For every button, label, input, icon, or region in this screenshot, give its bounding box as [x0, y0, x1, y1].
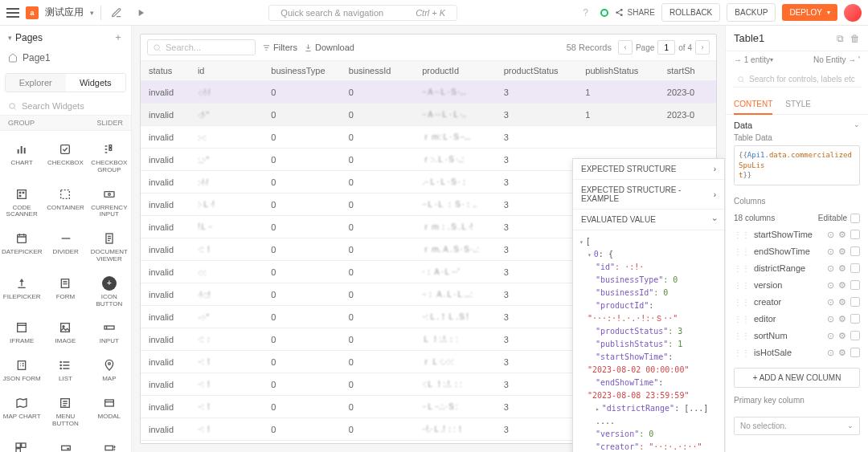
widget-input[interactable]: INPUT — [88, 314, 131, 352]
column-checkbox[interactable] — [850, 331, 860, 340]
visibility-icon[interactable]: ⊙ — [827, 331, 834, 341]
rollback-button[interactable]: ROLLBACK — [661, 3, 720, 22]
prev-page-button[interactable]: ‹ — [618, 40, 633, 55]
settings-icon[interactable]: ⚙ — [838, 263, 846, 274]
visibility-icon[interactable]: ⊙ — [827, 280, 834, 291]
column-item[interactable]: ⋮⋮isHotSale⊙⚙ — [726, 344, 868, 361]
table-row[interactable]: invalid·:·!·!00··Ａ··Ｌ·Ｓ·...312023-0 — [141, 81, 716, 104]
chevron-down-icon[interactable]: ▾ — [90, 9, 94, 17]
column-checkbox[interactable] — [850, 348, 860, 357]
visibility-icon[interactable]: ⊙ — [827, 246, 834, 257]
column-header[interactable]: startSh — [659, 61, 716, 81]
visibility-icon[interactable]: ⊙ — [827, 297, 834, 307]
settings-icon[interactable]: ⚙ — [838, 246, 846, 257]
widget-list[interactable]: LIST — [43, 352, 87, 389]
tab-widgets[interactable]: Widgets — [66, 74, 126, 92]
widget-code-scanner[interactable]: CODE SCANNER — [0, 181, 43, 226]
drag-handle-icon[interactable]: ⋮⋮ — [734, 332, 750, 340]
expected-structure-example-section[interactable]: EXPECTED STRUCTURE - EXAMPLE› — [573, 180, 724, 210]
column-header[interactable]: productStatus — [496, 61, 578, 81]
column-header[interactable]: id — [190, 61, 263, 81]
backup-button[interactable]: BACKUP — [727, 3, 776, 22]
widget-map-chart[interactable]: MAP CHART — [0, 389, 43, 434]
drag-handle-icon[interactable]: ⋮⋮ — [734, 230, 750, 239]
download-button[interactable]: Download — [304, 43, 354, 52]
delete-icon[interactable]: 🗑 — [850, 33, 860, 44]
widget-json-form[interactable]: JSON FORM — [0, 352, 43, 389]
tab-style[interactable]: STYLE — [785, 96, 811, 114]
table-data-input[interactable]: {{Api1.data.commercializedSpuList}} — [734, 145, 860, 185]
settings-icon[interactable]: ⚙ — [838, 348, 846, 358]
column-header[interactable]: publishStatus — [577, 61, 659, 81]
next-page-button[interactable]: › — [695, 40, 710, 55]
drag-handle-icon[interactable]: ⋮⋮ — [734, 264, 750, 273]
menu-icon[interactable] — [6, 8, 19, 18]
widget-modal[interactable]: MODAL — [88, 389, 131, 434]
widget-divider[interactable]: DIVIDER — [44, 225, 88, 270]
column-header[interactable]: status — [141, 61, 190, 81]
table-row[interactable]: invalid·:!·"00··Ａ···Ｌ·Ｌ·..312023-0 — [141, 104, 716, 126]
column-checkbox[interactable] — [850, 246, 860, 256]
column-item[interactable]: ⋮⋮endShowTime⊙⚙ — [726, 243, 868, 260]
widget-chart[interactable]: CHART — [0, 136, 43, 181]
widget-checkbox-group[interactable]: CHECKBOX GROUP — [88, 136, 131, 181]
column-item[interactable]: ⋮⋮sortNum⊙⚙ — [726, 328, 868, 344]
primary-key-select[interactable]: No selection.⌄ — [734, 417, 860, 435]
widget-image[interactable]: IMAGE — [43, 314, 87, 352]
widget-map[interactable]: MAP — [88, 352, 131, 389]
visibility-icon[interactable]: ⊙ — [827, 263, 834, 274]
preview-icon[interactable] — [132, 4, 149, 22]
visibility-icon[interactable]: ⊙ — [827, 314, 834, 324]
properties-search[interactable]: Search for controls, labels etc — [732, 71, 862, 88]
column-item[interactable]: ⋮⋮districtRange⊙⚙ — [726, 260, 868, 277]
chevron-down-icon[interactable]: ⌄ — [854, 120, 860, 130]
evaluated-value-section[interactable]: EVALUATED VALUE› — [573, 210, 724, 230]
column-item[interactable]: ⋮⋮startShowTime⊙⚙ — [726, 226, 868, 243]
widget-filepicker[interactable]: FILEPICKER — [0, 270, 43, 315]
copy-icon[interactable]: ⧉ — [837, 33, 844, 44]
settings-icon[interactable]: ⚙ — [838, 331, 846, 341]
settings-icon[interactable]: ⚙ — [838, 280, 846, 291]
tab-explorer[interactable]: Explorer — [6, 74, 66, 92]
entity-to[interactable]: No Entity → ' — [813, 55, 860, 64]
search-widgets[interactable]: Search Widgets — [0, 97, 131, 116]
widget-menu-button[interactable]: MENU BUTTON — [43, 389, 87, 434]
column-checkbox[interactable] — [850, 280, 860, 290]
drag-handle-icon[interactable]: ⋮⋮ — [734, 247, 750, 256]
column-header[interactable]: businessType — [263, 61, 340, 81]
chevron-down-icon[interactable]: ▾ — [8, 34, 12, 42]
widget-document-viewer[interactable]: DOCUMENT VIEWER — [88, 225, 131, 270]
column-header[interactable]: businessId — [341, 61, 414, 81]
expected-structure-section[interactable]: EXPECTED STRUCTURE› — [573, 159, 724, 180]
widget-container[interactable]: CONTAINER — [43, 181, 87, 226]
share-button[interactable]: SHARE — [615, 8, 654, 17]
drag-handle-icon[interactable]: ⋮⋮ — [734, 298, 750, 307]
column-item[interactable]: ⋮⋮version⊙⚙ — [726, 277, 868, 294]
column-header[interactable]: productId — [414, 61, 496, 81]
widget-title[interactable]: Table1 — [734, 32, 764, 44]
settings-icon[interactable]: ⚙ — [838, 314, 846, 324]
drag-handle-icon[interactable]: ⋮⋮ — [734, 315, 750, 324]
page-item[interactable]: Page1 — [0, 49, 131, 67]
edit-icon[interactable] — [108, 4, 125, 22]
settings-icon[interactable]: ⚙ — [838, 297, 846, 307]
widget-multiselect[interactable]: MULTISELECT — [42, 434, 89, 452]
widget-number[interactable]: NUMBER — [89, 434, 131, 452]
table-search[interactable]: Search... — [147, 39, 256, 55]
table-row[interactable]: invalid:··:00ｒｍ:Ｌ·Ｓ··...3 — [141, 126, 716, 149]
editable-toggle[interactable]: Editable — [818, 214, 860, 223]
quick-search[interactable]: Quick search & navigation Ctrl + K — [268, 5, 457, 21]
add-column-button[interactable]: + ADD A NEW COLUMN — [734, 368, 860, 388]
widget-form[interactable]: FORM — [43, 270, 87, 315]
widget-icon-button[interactable]: +ICON BUTTON — [88, 270, 131, 315]
widget-multi[interactable]: MULTI — [0, 434, 42, 452]
avatar[interactable] — [844, 4, 862, 22]
column-item[interactable]: ⋮⋮creator⊙⚙ — [726, 294, 868, 311]
visibility-icon[interactable]: ⊙ — [827, 348, 834, 358]
help-icon[interactable]: ? — [576, 4, 594, 22]
column-checkbox[interactable] — [850, 263, 860, 273]
deploy-button[interactable]: DEPLOY▾ — [782, 4, 837, 21]
column-checkbox[interactable] — [850, 297, 860, 307]
widget-iframe[interactable]: IFRAME — [0, 314, 43, 352]
widget-datepicker[interactable]: DATEPICKER — [0, 225, 44, 270]
